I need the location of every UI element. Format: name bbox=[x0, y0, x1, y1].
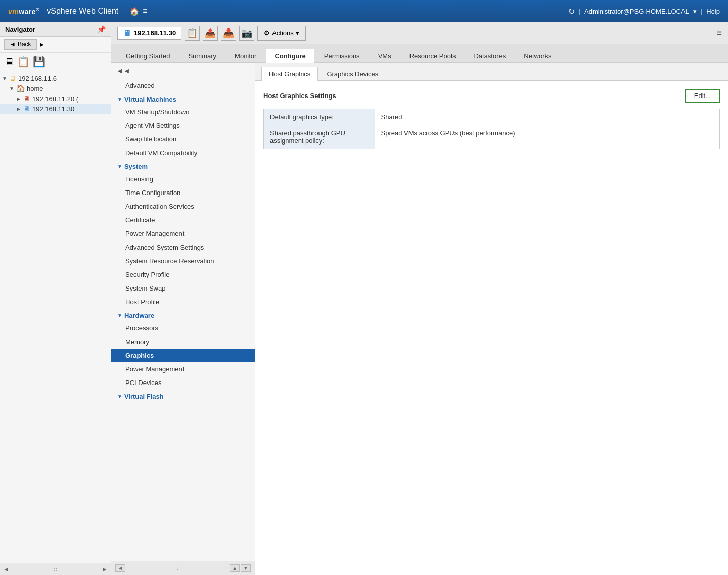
tab-monitor[interactable]: Monitor bbox=[226, 49, 265, 63]
config-item-host-profile[interactable]: Host Profile bbox=[111, 295, 255, 309]
help-link[interactable]: Help bbox=[706, 8, 720, 15]
tab-networks[interactable]: Networks bbox=[515, 49, 560, 63]
tree-label-host30: 192.168.11.30 bbox=[32, 105, 74, 113]
toolbar-host-icon: 🖥 bbox=[123, 29, 131, 38]
tree-item-home[interactable]: ▼ 🏠 home bbox=[0, 83, 111, 93]
config-section-system[interactable]: ▼ System bbox=[111, 160, 255, 172]
config-item-time-config[interactable]: Time Configuration bbox=[111, 186, 255, 200]
settings-area: Host Graphics Settings Edit... Default g… bbox=[255, 81, 728, 575]
pin-icon[interactable]: 📌 bbox=[97, 25, 106, 33]
config-section-system-label: System bbox=[124, 163, 148, 170]
config-section-virtual-machines[interactable]: ▼ Virtual Machines bbox=[111, 92, 255, 105]
config-section-vm-label: Virtual Machines bbox=[124, 95, 176, 103]
value-passthrough: Spread VMs across GPUs (best performance… bbox=[375, 125, 720, 149]
config-item-vm-startup[interactable]: VM Startup/Shutdown bbox=[111, 105, 255, 119]
nav-scroll-right-icon[interactable]: ► bbox=[102, 566, 108, 573]
main-panel: Host Graphics Graphics Devices Host Grap… bbox=[255, 63, 728, 575]
config-item-power-mgmt-sys[interactable]: Power Management bbox=[111, 227, 255, 241]
user-arrow-icon[interactable]: ▾ bbox=[693, 8, 697, 15]
separator2: | bbox=[701, 8, 702, 15]
config-label-vm-startup: VM Startup/Shutdown bbox=[125, 108, 189, 116]
config-label-power-mgmt-sys: Power Management bbox=[125, 230, 184, 237]
config-item-sys-res-reservation[interactable]: System Resource Reservation bbox=[111, 254, 255, 268]
tree-toggle-host20: ► bbox=[16, 96, 23, 102]
tree-item-host6[interactable]: ▼ 🖥 192.168.11.6 bbox=[0, 73, 111, 83]
configure-nav-header: ◄◄ bbox=[111, 63, 255, 79]
config-item-system-swap[interactable]: System Swap bbox=[111, 281, 255, 295]
config-item-agent-vm[interactable]: Agent VM Settings bbox=[111, 119, 255, 132]
config-item-advanced[interactable]: Advanced bbox=[111, 79, 255, 92]
config-item-pci-devices[interactable]: PCI Devices bbox=[111, 376, 255, 390]
actions-button[interactable]: ⚙ Actions ▾ bbox=[257, 26, 306, 41]
tab-host-graphics[interactable]: Host Graphics bbox=[261, 67, 318, 81]
edit-button[interactable]: Edit... bbox=[685, 89, 720, 103]
collapse-icon[interactable]: ◄◄ bbox=[116, 67, 130, 75]
toolbar-btn-snapshot[interactable]: 📷 bbox=[239, 26, 254, 41]
back-label: Back bbox=[18, 41, 31, 48]
home-icon[interactable]: 🏠 bbox=[129, 7, 140, 16]
topbar: vmware® vSphere Web Client 🏠 ≡ ↻ | Admin… bbox=[0, 0, 728, 22]
host-graphics-tabs: Host Graphics Graphics Devices bbox=[255, 63, 728, 81]
user-label[interactable]: Administrator@PSG-HOME.LOCAL bbox=[584, 8, 689, 15]
menu-icon[interactable]: ≡ bbox=[143, 7, 147, 16]
tab-vms[interactable]: VMs bbox=[370, 49, 400, 63]
nav-type-icons: 🖥 📋 💾 bbox=[0, 53, 111, 71]
toolbar-btn-import[interactable]: 📥 bbox=[221, 26, 236, 41]
config-item-processors[interactable]: Processors bbox=[111, 321, 255, 335]
navigator-panel: Navigator 📌 ◄ Back ► 🖥 📋 💾 ▼ 🖥 192.168.1… bbox=[0, 22, 111, 575]
config-section-virtual-flash[interactable]: ▼ Virtual Flash bbox=[111, 390, 255, 402]
tab-summary[interactable]: Summary bbox=[179, 49, 225, 63]
forward-icon[interactable]: ► bbox=[39, 41, 46, 49]
navigator-header: Navigator 📌 bbox=[0, 22, 111, 37]
tab-host-graphics-label: Host Graphics bbox=[269, 70, 310, 78]
tab-configure[interactable]: Configure bbox=[266, 49, 314, 63]
tab-resource-pools[interactable]: Resource Pools bbox=[401, 49, 465, 63]
config-scroll-down-icon[interactable]: ▼ bbox=[241, 564, 251, 572]
tree-item-host30[interactable]: ► 🖥 192.168.11.30 bbox=[0, 104, 111, 114]
config-label-adv-sys-settings: Advanced System Settings bbox=[125, 244, 204, 251]
tab-datastores[interactable]: Datastores bbox=[465, 49, 514, 63]
toolbar-host-label: 🖥 192.168.11.30 bbox=[117, 27, 181, 40]
table-row-passthrough: Shared passthrough GPU assignment policy… bbox=[264, 125, 720, 149]
config-item-auth-services[interactable]: Authentication Services bbox=[111, 200, 255, 213]
nav-tree: ▼ 🖥 192.168.11.6 ▼ 🏠 home ► 🖥 192.168.11… bbox=[0, 71, 111, 563]
config-label-certificate: Certificate bbox=[125, 216, 155, 224]
toolbar-btn-export[interactable]: 📤 bbox=[203, 26, 218, 41]
config-item-vm-compat[interactable]: Default VM Compatibility bbox=[111, 146, 255, 160]
topbar-icons: 🏠 ≡ bbox=[129, 7, 147, 16]
folder-icon: 🏠 bbox=[16, 84, 25, 92]
config-scroll-left-icon[interactable]: ◄ bbox=[115, 564, 125, 572]
nav-storage-icon[interactable]: 💾 bbox=[33, 56, 46, 68]
back-button[interactable]: ◄ Back bbox=[4, 39, 37, 50]
nav-list-icon[interactable]: 📋 bbox=[17, 56, 30, 68]
tab-graphics-devices[interactable]: Graphics Devices bbox=[319, 67, 386, 81]
config-item-security-profile[interactable]: Security Profile bbox=[111, 268, 255, 281]
settings-table: Default graphics type: Shared Shared pas… bbox=[263, 109, 720, 149]
tab-permissions[interactable]: Permissions bbox=[315, 49, 369, 63]
label-passthrough: Shared passthrough GPU assignment policy… bbox=[264, 125, 375, 149]
config-item-certificate[interactable]: Certificate bbox=[111, 213, 255, 227]
config-item-memory[interactable]: Memory bbox=[111, 335, 255, 349]
nav-scroll-left-icon[interactable]: ◄ bbox=[3, 566, 9, 573]
refresh-icon[interactable]: ↻ bbox=[568, 7, 575, 16]
config-item-swap-file[interactable]: Swap file location bbox=[111, 132, 255, 146]
gear-icon: ⚙ bbox=[264, 29, 270, 37]
tab-getting-started[interactable]: Getting Started bbox=[117, 49, 178, 63]
tree-item-host20[interactable]: ► 🖥 192.168.11.20 ( bbox=[0, 93, 111, 104]
toolbar-list-icon[interactable]: ≡ bbox=[716, 28, 722, 38]
config-item-licensing[interactable]: Licensing bbox=[111, 172, 255, 186]
label-default-graphics: Default graphics type: bbox=[264, 109, 375, 125]
nav-vm-icon[interactable]: 🖥 bbox=[4, 56, 14, 68]
topbar-left: vmware® vSphere Web Client 🏠 ≡ bbox=[8, 7, 148, 16]
config-item-power-mgmt-hw[interactable]: Power Management bbox=[111, 362, 255, 376]
config-scroll-up-icon[interactable]: ▲ bbox=[230, 564, 240, 572]
config-scroll-btns: ▲ ▼ bbox=[230, 564, 251, 572]
content-area: 🖥 192.168.11.30 📋 📤 📥 📷 ⚙ Actions ▾ ≡ Ge… bbox=[111, 22, 728, 575]
config-item-graphics[interactable]: Graphics bbox=[111, 349, 255, 362]
settings-title: Host Graphics Settings bbox=[263, 92, 336, 100]
split-view: ◄◄ Advanced ▼ Virtual Machines VM Startu… bbox=[111, 63, 728, 575]
config-item-adv-sys-settings[interactable]: Advanced System Settings bbox=[111, 241, 255, 254]
config-label-power-mgmt-hw: Power Management bbox=[125, 365, 184, 373]
toolbar-btn-copy[interactable]: 📋 bbox=[185, 26, 200, 41]
config-section-hardware[interactable]: ▼ Hardware bbox=[111, 309, 255, 321]
